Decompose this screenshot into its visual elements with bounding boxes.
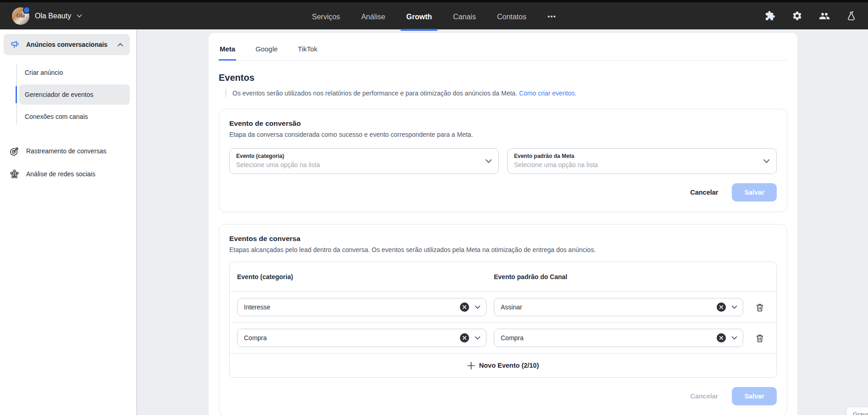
event-category-select[interactable]: Evento (categoria) Selecione uma opção n… bbox=[229, 148, 499, 174]
nav-item-servicos[interactable]: Serviços bbox=[312, 4, 340, 31]
chevron-up-icon bbox=[117, 43, 123, 47]
main-panel: Meta Google TikTok Eventos Os eventos se… bbox=[209, 33, 797, 415]
select-value: Compra bbox=[244, 334, 454, 342]
megaphone-icon bbox=[10, 39, 21, 50]
sidebar-item-conexoes-com-canais[interactable]: Conexões com canais bbox=[19, 107, 130, 127]
channel-tabs: Meta Google TikTok bbox=[219, 41, 787, 61]
add-event-label: Novo Evento (2/10) bbox=[479, 362, 539, 369]
description-text: Os eventos serão utilizados nos relatóri… bbox=[232, 90, 517, 97]
flask-icon[interactable] bbox=[846, 11, 856, 21]
select-value: Compra bbox=[501, 334, 711, 342]
workspace-name: Ola Beauty bbox=[35, 12, 71, 20]
row2-channel-event-select[interactable]: Compra bbox=[494, 329, 743, 347]
chevron-down-icon[interactable] bbox=[475, 305, 481, 309]
conversion-selects-row: Evento (categoria) Selecione uma opção n… bbox=[229, 148, 777, 174]
users-icon[interactable] bbox=[819, 11, 830, 22]
clear-icon[interactable] bbox=[717, 303, 726, 312]
conversion-card-title: Evento de conversão bbox=[229, 119, 777, 128]
delete-row-button[interactable] bbox=[751, 333, 769, 343]
sidebar: Anúncios conversacionais Criar anúncio G… bbox=[0, 29, 137, 415]
how-to-create-events-link[interactable]: Como criar eventos. bbox=[519, 90, 576, 97]
chevron-down-icon[interactable] bbox=[763, 159, 770, 163]
workspace-switcher[interactable]: Olá Ola Beauty bbox=[12, 7, 82, 25]
conversion-event-card: Evento de conversão Etapa da conversa co… bbox=[219, 109, 787, 212]
events-table: Evento (categoria) Evento padrão do Cana… bbox=[229, 262, 777, 378]
select-placeholder: Selecione uma opção na lista bbox=[514, 161, 758, 168]
events-table-header: Evento (categoria) Evento padrão do Cana… bbox=[230, 262, 776, 292]
avatar-text: Olá bbox=[17, 12, 25, 19]
chevron-down-icon[interactable] bbox=[731, 336, 737, 340]
cancel-button[interactable]: Cancelar bbox=[690, 189, 718, 196]
more-menu-icon[interactable]: ••• bbox=[547, 12, 556, 22]
select-value: Interesse bbox=[244, 303, 454, 311]
chevron-down-icon bbox=[77, 14, 82, 18]
sidebar-item-label: Análise de redes sociais bbox=[26, 170, 95, 178]
target-icon bbox=[9, 146, 20, 157]
table-row: Interesse Assinar bbox=[230, 292, 776, 322]
tab-meta[interactable]: Meta bbox=[219, 41, 236, 60]
sidebar-item-analise-de-redes-sociais[interactable]: Análise de redes sociais bbox=[0, 163, 136, 185]
events-card-subtitle: Etapas alcançadas pelo lead dentro da co… bbox=[229, 246, 777, 253]
nav-item-growth[interactable]: Growth bbox=[406, 4, 432, 31]
page-description: Os eventos serão utilizados nos relatóri… bbox=[225, 90, 787, 97]
meta-standard-event-select[interactable]: Evento padrão da Meta Selecione uma opçã… bbox=[507, 148, 777, 174]
sidebar-subtree: Criar anúncio Gerenciador de eventos Con… bbox=[0, 62, 136, 127]
sidebar-section-anuncios-conversacionais[interactable]: Anúncios conversacionais bbox=[4, 34, 130, 55]
network-icon bbox=[9, 169, 20, 179]
table-row: Compra Compra bbox=[230, 322, 776, 353]
sidebar-item-gerenciador-de-eventos[interactable]: Gerenciador de eventos bbox=[19, 84, 130, 105]
select-placeholder: Selecione uma opção na lista bbox=[236, 161, 480, 168]
workspace-avatar: Olá bbox=[12, 7, 29, 25]
sidebar-section-label: Anúncios conversacionais bbox=[26, 41, 112, 48]
conversion-card-actions: Cancelar Salvar bbox=[229, 183, 777, 202]
sidebar-item-label: Rastreamento de conversas bbox=[26, 147, 106, 155]
events-card-title: Eventos de conversa bbox=[229, 235, 777, 243]
select-label: Evento (categoria) bbox=[236, 153, 480, 159]
clear-icon[interactable] bbox=[460, 333, 469, 342]
trash-icon bbox=[755, 303, 764, 312]
select-value: Assinar bbox=[501, 303, 711, 311]
gear-icon[interactable] bbox=[792, 11, 802, 21]
save-button[interactable]: Salvar bbox=[732, 387, 777, 405]
row1-channel-event-select[interactable]: Assinar bbox=[494, 298, 743, 316]
select-label: Evento padrão da Meta bbox=[514, 153, 758, 159]
navbar-actions bbox=[765, 11, 856, 22]
gravar-button[interactable]: Gravar bbox=[846, 407, 868, 415]
row2-category-select[interactable]: Compra bbox=[237, 329, 487, 347]
nav-item-contatos[interactable]: Contatos bbox=[497, 4, 526, 31]
trash-icon bbox=[755, 333, 764, 343]
header-channel-standard-event: Evento padrão do Canal bbox=[494, 273, 743, 280]
sidebar-item-rastreamento-de-conversas[interactable]: Rastreamento de conversas bbox=[0, 140, 136, 163]
sidebar-standalone: Rastreamento de conversas Análise de red… bbox=[0, 140, 136, 185]
plus-icon bbox=[467, 362, 475, 370]
nav-item-analise[interactable]: Análise bbox=[361, 4, 385, 31]
conversation-events-card: Eventos de conversa Etapas alcançadas pe… bbox=[219, 224, 787, 415]
nav-item-canais[interactable]: Canais bbox=[453, 4, 476, 31]
sidebar-item-criar-anuncio[interactable]: Criar anúncio bbox=[19, 62, 130, 83]
main-nav: Serviços Análise Growth Canais Contatos … bbox=[312, 5, 556, 29]
row1-category-select[interactable]: Interesse bbox=[237, 298, 487, 316]
tab-tiktok[interactable]: TikTok bbox=[297, 41, 319, 60]
events-card-actions: Cancelar Salvar bbox=[229, 387, 777, 405]
puzzle-icon[interactable] bbox=[765, 11, 775, 21]
conversion-card-subtitle: Etapa da conversa considerada como suces… bbox=[229, 131, 777, 138]
add-event-button[interactable]: Novo Evento (2/10) bbox=[230, 353, 776, 377]
save-button[interactable]: Salvar bbox=[732, 183, 777, 202]
cancel-button[interactable]: Cancelar bbox=[690, 393, 718, 400]
page-title: Eventos bbox=[219, 73, 787, 83]
tab-google[interactable]: Google bbox=[254, 41, 278, 60]
clear-icon[interactable] bbox=[460, 303, 469, 312]
chevron-down-icon[interactable] bbox=[475, 336, 481, 340]
top-navbar: Olá Ola Beauty Serviços Análise Growth C… bbox=[0, 0, 868, 29]
clear-icon[interactable] bbox=[717, 333, 726, 342]
chevron-down-icon[interactable] bbox=[731, 305, 737, 309]
chevron-down-icon[interactable] bbox=[485, 159, 492, 163]
header-event-category: Evento (categoria) bbox=[237, 273, 487, 280]
delete-row-button[interactable] bbox=[751, 303, 769, 312]
